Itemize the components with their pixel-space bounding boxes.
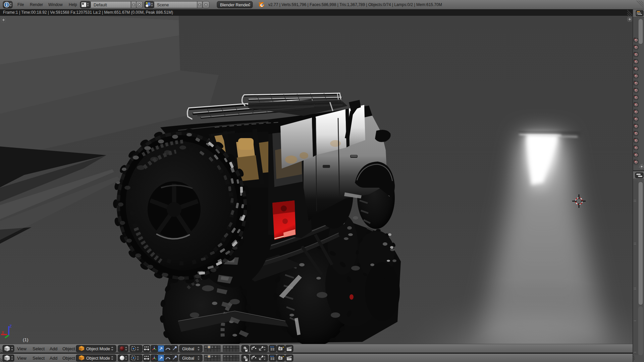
svg-text:Global: Global: [182, 347, 194, 351]
svg-text:Object: Object: [62, 356, 75, 361]
svg-text:Select: Select: [33, 356, 45, 361]
svg-text:Global: Global: [182, 356, 194, 361]
svg-text:Add: Add: [50, 346, 57, 351]
svg-text:Object Mode: Object Mode: [86, 347, 110, 351]
svg-text:Select: Select: [33, 346, 45, 351]
svg-text:Object Mode: Object Mode: [86, 356, 110, 361]
svg-text:Object: Object: [62, 346, 75, 351]
svg-text:Add: Add: [50, 356, 57, 361]
svg-text:View: View: [17, 356, 27, 361]
svg-text:View: View: [17, 346, 27, 351]
